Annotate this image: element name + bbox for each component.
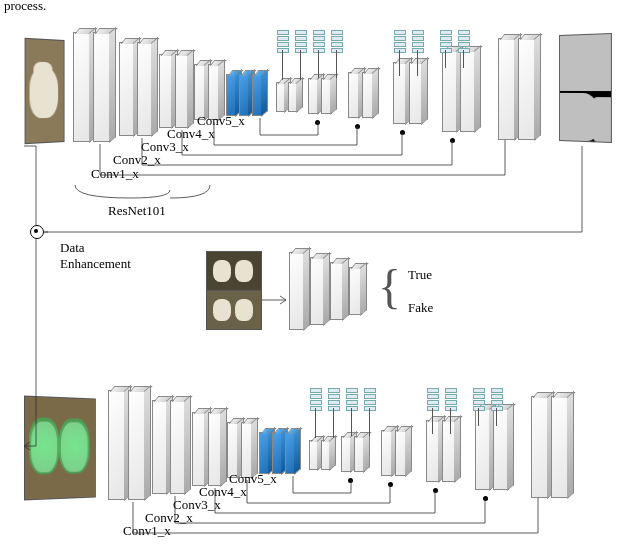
disc-fake-label: Fake	[408, 300, 433, 316]
enc4-top	[194, 64, 206, 120]
dec2-bot	[341, 436, 352, 472]
page-fragment: process.	[4, 0, 46, 14]
enc1b-bot	[128, 390, 146, 500]
disc-block-4	[349, 267, 362, 315]
dec2b-top	[321, 78, 332, 114]
enc4b-top	[208, 64, 220, 120]
fft-top-3	[313, 30, 323, 54]
dec1b-bot	[321, 440, 331, 470]
enc3-top	[159, 54, 173, 128]
disc-brace-icon: {	[378, 263, 401, 311]
fft-top-1	[277, 30, 287, 54]
skip-dot	[388, 482, 393, 487]
enc5c-top	[252, 74, 263, 116]
enc2b-top	[137, 42, 153, 136]
data-enhancement-label: Data Enhancement	[60, 240, 131, 272]
svg-line-3	[280, 296, 286, 300]
enc2-top	[119, 42, 135, 136]
enc5-top	[226, 74, 237, 116]
conv5-label-top: Conv5_x	[197, 113, 245, 129]
dec3-top	[348, 72, 360, 118]
fft-top-8	[458, 30, 468, 54]
enc1b-top	[93, 32, 111, 142]
fft-bot-4	[364, 388, 374, 412]
enc5c-bot	[285, 432, 296, 474]
dec3b-top	[362, 72, 374, 118]
fft-bot-2	[328, 388, 338, 412]
disc-block-3	[330, 262, 344, 320]
fft-bot-5	[427, 388, 437, 412]
fft-bot-1	[310, 388, 320, 412]
enc3-bot	[192, 412, 206, 486]
enc2b-bot	[170, 400, 186, 494]
dec2b-bot	[354, 436, 365, 472]
disc-input-fake	[206, 290, 262, 330]
conv1-label-top: Conv1_x	[91, 166, 139, 182]
dec6b-top	[518, 38, 536, 140]
dec6b-bot	[551, 396, 569, 498]
enc3b-bot	[208, 412, 222, 486]
dec2-top	[308, 78, 319, 114]
dec6-bot	[531, 396, 549, 498]
dec1-bot	[309, 440, 319, 470]
dec4b-bot	[442, 420, 456, 482]
disc-true-label: True	[408, 267, 432, 283]
enc3b-top	[175, 54, 189, 128]
fft-bot-7	[473, 388, 483, 412]
conv5-label-bot: Conv5_x	[229, 471, 277, 487]
skip-dot	[355, 124, 360, 129]
enc1-bot	[108, 390, 126, 500]
enc4-bot	[227, 422, 239, 478]
fft-top-7	[440, 30, 450, 54]
fft-bot-8	[491, 388, 501, 412]
skip-dot	[400, 130, 405, 135]
svg-line-4	[280, 300, 286, 304]
fft-top-2	[295, 30, 305, 54]
enc2-bot	[152, 400, 168, 494]
fft-bot-3	[346, 388, 356, 412]
dec1-top	[276, 82, 286, 112]
skip-dot	[348, 478, 353, 483]
enc5-bot	[259, 432, 270, 474]
skip-dot	[483, 496, 488, 501]
fft-bot-6	[445, 388, 455, 412]
fft-top-4	[331, 30, 341, 54]
skip-dot	[450, 138, 455, 143]
dec6-top	[498, 38, 516, 140]
output-mask-top	[559, 33, 612, 143]
disc-block-2	[310, 257, 325, 325]
dec1b-top	[288, 82, 298, 112]
skip-dot	[315, 120, 320, 125]
fft-top-6	[412, 30, 422, 54]
dec3b-bot	[395, 430, 407, 476]
skip-dot	[433, 488, 438, 493]
dec4-top	[393, 62, 407, 124]
feedback-node	[30, 225, 44, 239]
backbone-label: ResNet101	[108, 203, 166, 219]
input-image-top	[25, 38, 65, 144]
dec3-bot	[381, 430, 393, 476]
disc-block-1	[289, 252, 305, 330]
enc4b-bot	[241, 422, 253, 478]
disc-input-real	[206, 251, 262, 291]
input-image-bottom	[24, 395, 96, 500]
enc5b-bot	[272, 432, 283, 474]
dec4-bot	[426, 420, 440, 482]
fft-top-5	[394, 30, 404, 54]
dec4b-top	[409, 62, 423, 124]
enc5b-top	[239, 74, 250, 116]
enc1-top	[73, 32, 91, 142]
